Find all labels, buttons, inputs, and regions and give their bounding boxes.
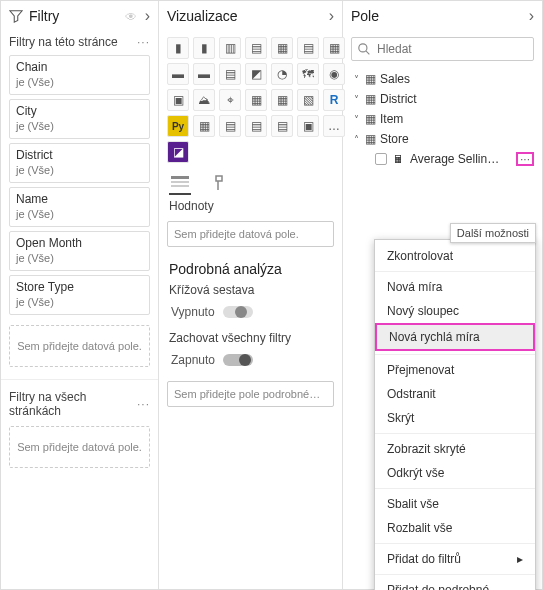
filter-card[interactable]: Cityje (Vše): [9, 99, 150, 139]
page-filters-more-icon[interactable]: ···: [137, 35, 150, 49]
viz-type-icon[interactable]: ◩: [245, 63, 267, 85]
filter-card[interactable]: Open Monthje (Vše): [9, 231, 150, 271]
table-row[interactable]: ˄▦Store: [347, 129, 538, 149]
menu-item-label: Skrýt: [387, 411, 414, 425]
context-menu-item[interactable]: Skrýt: [375, 406, 535, 430]
table-row[interactable]: ˅▦Sales: [347, 69, 538, 89]
field-checkbox[interactable]: [375, 153, 387, 165]
table-name: Sales: [380, 72, 410, 86]
chevron-down-icon: ˅: [351, 94, 361, 105]
collapse-fields-icon[interactable]: [529, 7, 534, 25]
all-pages-filters-drop[interactable]: Sem přidejte datová pole.: [9, 426, 150, 468]
menu-item-label: Zkontrolovat: [387, 249, 453, 263]
context-menu-item[interactable]: Odstranit: [375, 382, 535, 406]
drillthrough-title: Podrobná analýza: [159, 251, 342, 281]
filter-value: je (Vše): [16, 296, 143, 308]
menu-item-label: Zobrazit skryté: [387, 442, 466, 456]
context-menu-item[interactable]: Rozbalit vše: [375, 516, 535, 540]
format-tab[interactable]: [209, 173, 231, 195]
table-row[interactable]: ˅▦Item: [347, 109, 538, 129]
filter-card[interactable]: Store Typeje (Vše): [9, 275, 150, 315]
viz-type-icon[interactable]: ▤: [271, 115, 293, 137]
chevron-down-icon: ˅: [351, 114, 361, 125]
viz-type-icon[interactable]: R: [323, 89, 345, 111]
page-filters-drop[interactable]: Sem přidejte datová pole.: [9, 325, 150, 367]
field-more-button[interactable]: ···: [516, 152, 534, 166]
viz-type-icon[interactable]: ▧: [297, 89, 319, 111]
context-menu-item[interactable]: Zobrazit skryté: [375, 437, 535, 461]
viz-type-icon[interactable]: ▮: [167, 37, 189, 59]
collapse-filters-icon[interactable]: [145, 7, 150, 25]
menu-item-label: Nová míra: [387, 280, 442, 294]
values-well[interactable]: Sem přidejte datová pole.: [167, 221, 334, 247]
viz-type-icon[interactable]: ◉: [323, 63, 345, 85]
context-menu-item[interactable]: Zkontrolovat: [375, 244, 535, 268]
fields-tab[interactable]: [169, 173, 191, 195]
table-icon: ▦: [365, 72, 376, 86]
viz-type-icon[interactable]: ▦: [323, 37, 345, 59]
filter-card[interactable]: Districtje (Vše): [9, 143, 150, 183]
viz-type-icon[interactable]: Py: [167, 115, 189, 137]
eye-icon[interactable]: [125, 8, 137, 24]
context-menu-item[interactable]: Přidat do filtrů▸: [375, 547, 535, 571]
viz-type-icon[interactable]: ▤: [219, 115, 241, 137]
viz-type-icon[interactable]: ▤: [219, 63, 241, 85]
viz-type-icon[interactable]: ⛰: [193, 89, 215, 111]
viz-type-icon[interactable]: ▤: [297, 37, 319, 59]
menu-item-label: Přidat do filtrů: [387, 552, 461, 566]
cross-report-toggle[interactable]: [223, 306, 253, 318]
viz-type-icon[interactable]: ▤: [245, 37, 267, 59]
viz-type-icon[interactable]: ◔: [271, 63, 293, 85]
viz-type-icon[interactable]: ▣: [297, 115, 319, 137]
toggle-off-label: Vypnuto: [171, 305, 215, 319]
context-menu-item[interactable]: Přejmenovat: [375, 358, 535, 382]
cross-report-label: Křížová sestava: [159, 281, 342, 301]
context-menu-item[interactable]: Odkrýt vše: [375, 461, 535, 485]
context-menu-item[interactable]: Nová rychlá míra: [375, 323, 535, 351]
svg-rect-0: [171, 176, 189, 179]
context-menu-item[interactable]: Přidat do podrobné…: [375, 578, 535, 590]
filter-card[interactable]: Nameje (Vše): [9, 187, 150, 227]
toggle-on-label: Zapnuto: [171, 353, 215, 367]
viz-type-icon[interactable]: ▤: [245, 115, 267, 137]
viz-type-icon[interactable]: …: [323, 115, 345, 137]
page-filters-label: Filtry na této stránce ···: [1, 31, 158, 51]
filter-card[interactable]: Chainje (Vše): [9, 55, 150, 95]
viz-icon-grid: ▮▮▥▤▦▤▦▬▬▤◩◔🗺◉▣⛰⌖▦▦▧RPy▦▤▤▤▣…◪: [159, 31, 342, 169]
viz-type-icon[interactable]: 🗺: [297, 63, 319, 85]
menu-item-label: Nový sloupec: [387, 304, 459, 318]
table-name: District: [380, 92, 417, 106]
viz-type-icon[interactable]: ▥: [219, 37, 241, 59]
viz-type-icon[interactable]: ⌖: [219, 89, 241, 111]
viz-type-icon[interactable]: ◪: [167, 141, 189, 163]
funnel-icon: [9, 9, 23, 23]
all-pages-more-icon[interactable]: ···: [137, 397, 150, 411]
viz-type-icon[interactable]: ▬: [167, 63, 189, 85]
viz-header: Vizualizace: [159, 1, 342, 31]
menu-item-label: Nová rychlá míra: [389, 330, 480, 344]
keep-filters-toggle[interactable]: [223, 354, 253, 366]
viz-type-icon[interactable]: ▣: [167, 89, 189, 111]
field-row[interactable]: Average Sellin…···: [347, 149, 538, 169]
table-icon: ▦: [365, 112, 376, 126]
table-row[interactable]: ˅▦District: [347, 89, 538, 109]
collapse-viz-icon[interactable]: [329, 7, 334, 25]
filter-name: Chain: [16, 60, 143, 74]
drill-fields-well[interactable]: Sem přidejte pole podrobné…: [167, 381, 334, 407]
filter-name: Store Type: [16, 280, 143, 294]
visualizations-pane: Vizualizace ▮▮▥▤▦▤▦▬▬▤◩◔🗺◉▣⛰⌖▦▦▧RPy▦▤▤▤▣…: [159, 1, 343, 589]
context-menu-item[interactable]: Nový sloupec: [375, 299, 535, 323]
context-menu-item[interactable]: Sbalit vše: [375, 492, 535, 516]
viz-type-icon[interactable]: ▮: [193, 37, 215, 59]
viz-type-icon[interactable]: ▦: [193, 115, 215, 137]
calculator-icon: [393, 152, 404, 166]
search-input[interactable]: [377, 42, 527, 56]
context-menu-item[interactable]: Nová míra: [375, 275, 535, 299]
viz-type-icon[interactable]: ▦: [271, 89, 293, 111]
viz-type-icon[interactable]: ▦: [271, 37, 293, 59]
viz-type-icon[interactable]: ▦: [245, 89, 267, 111]
search-icon: [358, 43, 371, 56]
svg-point-3: [359, 43, 367, 51]
fields-search[interactable]: [351, 37, 534, 61]
viz-type-icon[interactable]: ▬: [193, 63, 215, 85]
